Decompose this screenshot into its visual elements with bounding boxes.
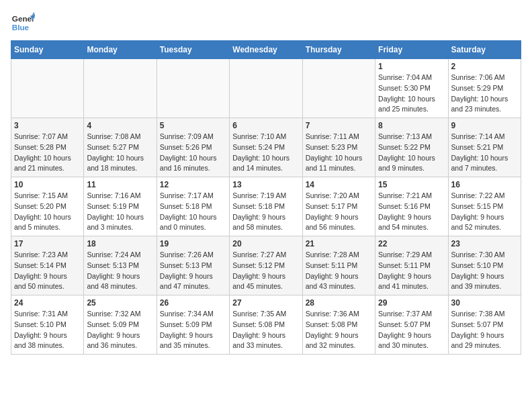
day-cell-28: 28Sunrise: 7:36 AM Sunset: 5:08 PM Dayli…: [302, 295, 375, 355]
day-info: Sunrise: 7:19 AM Sunset: 5:18 PM Dayligh…: [232, 191, 299, 233]
day-info: Sunrise: 7:23 AM Sunset: 5:14 PM Dayligh…: [14, 250, 81, 292]
day-info: Sunrise: 7:24 AM Sunset: 5:13 PM Dayligh…: [87, 250, 153, 292]
day-cell-24: 24Sunrise: 7:31 AM Sunset: 5:10 PM Dayli…: [11, 295, 84, 355]
day-number: 9: [451, 121, 518, 130]
day-number: 16: [451, 180, 518, 189]
day-number: 24: [14, 298, 81, 308]
day-number: 6: [232, 121, 299, 130]
day-number: 12: [160, 180, 226, 189]
weekday-saturday: Saturday: [448, 41, 521, 59]
day-info: Sunrise: 7:11 AM Sunset: 5:23 PM Dayligh…: [306, 132, 372, 174]
day-cell-13: 13Sunrise: 7:19 AM Sunset: 5:18 PM Dayli…: [230, 177, 302, 236]
day-cell-15: 15Sunrise: 7:21 AM Sunset: 5:16 PM Dayli…: [375, 177, 448, 236]
weekday-sunday: Sunday: [11, 41, 84, 59]
day-cell-9: 9Sunrise: 7:14 AM Sunset: 5:21 PM Daylig…: [448, 118, 521, 177]
day-info: Sunrise: 7:27 AM Sunset: 5:12 PM Dayligh…: [232, 250, 299, 292]
day-number: 2: [451, 62, 518, 71]
day-info: Sunrise: 7:28 AM Sunset: 5:11 PM Dayligh…: [306, 250, 372, 292]
day-info: Sunrise: 7:37 AM Sunset: 5:07 PM Dayligh…: [378, 309, 445, 351]
day-number: 1: [378, 62, 445, 71]
day-cell-20: 20Sunrise: 7:27 AM Sunset: 5:12 PM Dayli…: [230, 236, 302, 295]
day-info: Sunrise: 7:17 AM Sunset: 5:18 PM Dayligh…: [160, 191, 226, 233]
day-number: 28: [306, 298, 372, 308]
week-row-1: 1Sunrise: 7:04 AM Sunset: 5:30 PM Daylig…: [11, 59, 521, 118]
day-cell-11: 11Sunrise: 7:16 AM Sunset: 5:19 PM Dayli…: [84, 177, 157, 236]
day-number: 25: [87, 298, 153, 308]
day-number: 8: [378, 121, 445, 130]
svg-text:General: General: [12, 14, 35, 23]
day-info: Sunrise: 7:32 AM Sunset: 5:09 PM Dayligh…: [87, 309, 153, 351]
day-number: 7: [306, 121, 372, 130]
day-info: Sunrise: 7:20 AM Sunset: 5:17 PM Dayligh…: [306, 191, 372, 233]
day-cell-10: 10Sunrise: 7:15 AM Sunset: 5:20 PM Dayli…: [11, 177, 84, 236]
day-number: 29: [378, 298, 445, 308]
day-cell-27: 27Sunrise: 7:35 AM Sunset: 5:08 PM Dayli…: [230, 295, 302, 355]
day-info: Sunrise: 7:13 AM Sunset: 5:22 PM Dayligh…: [378, 132, 445, 174]
empty-cell: [302, 59, 375, 118]
day-info: Sunrise: 7:26 AM Sunset: 5:13 PM Dayligh…: [160, 250, 226, 292]
week-row-5: 24Sunrise: 7:31 AM Sunset: 5:10 PM Dayli…: [11, 295, 521, 355]
day-number: 20: [232, 239, 299, 248]
calendar-body: 1Sunrise: 7:04 AM Sunset: 5:30 PM Daylig…: [11, 59, 521, 355]
day-info: Sunrise: 7:29 AM Sunset: 5:11 PM Dayligh…: [378, 250, 445, 292]
day-cell-23: 23Sunrise: 7:30 AM Sunset: 5:10 PM Dayli…: [448, 236, 521, 295]
weekday-wednesday: Wednesday: [230, 41, 302, 59]
day-info: Sunrise: 7:35 AM Sunset: 5:08 PM Dayligh…: [232, 309, 299, 351]
day-info: Sunrise: 7:38 AM Sunset: 5:07 PM Dayligh…: [451, 309, 518, 351]
day-info: Sunrise: 7:21 AM Sunset: 5:16 PM Dayligh…: [378, 191, 445, 233]
week-row-2: 3Sunrise: 7:07 AM Sunset: 5:28 PM Daylig…: [11, 118, 521, 177]
day-info: Sunrise: 7:34 AM Sunset: 5:09 PM Dayligh…: [160, 309, 226, 351]
week-row-4: 17Sunrise: 7:23 AM Sunset: 5:14 PM Dayli…: [11, 236, 521, 295]
week-row-3: 10Sunrise: 7:15 AM Sunset: 5:20 PM Dayli…: [11, 177, 521, 236]
day-number: 17: [14, 239, 81, 248]
day-number: 19: [160, 239, 226, 248]
weekday-monday: Monday: [84, 41, 157, 59]
day-number: 5: [160, 121, 226, 130]
svg-text:Blue: Blue: [12, 23, 30, 32]
empty-cell: [157, 59, 229, 118]
day-cell-18: 18Sunrise: 7:24 AM Sunset: 5:13 PM Dayli…: [84, 236, 157, 295]
weekday-thursday: Thursday: [302, 41, 375, 59]
day-number: 14: [306, 180, 372, 189]
day-cell-8: 8Sunrise: 7:13 AM Sunset: 5:22 PM Daylig…: [375, 118, 448, 177]
day-info: Sunrise: 7:30 AM Sunset: 5:10 PM Dayligh…: [451, 250, 518, 292]
day-number: 13: [232, 180, 299, 189]
day-number: 27: [232, 298, 299, 308]
day-info: Sunrise: 7:16 AM Sunset: 5:19 PM Dayligh…: [87, 191, 153, 233]
weekday-friday: Friday: [375, 41, 448, 59]
empty-cell: [84, 59, 157, 118]
day-info: Sunrise: 7:14 AM Sunset: 5:21 PM Dayligh…: [451, 132, 518, 174]
day-cell-6: 6Sunrise: 7:10 AM Sunset: 5:24 PM Daylig…: [230, 118, 302, 177]
day-cell-3: 3Sunrise: 7:07 AM Sunset: 5:28 PM Daylig…: [11, 118, 84, 177]
day-cell-4: 4Sunrise: 7:08 AM Sunset: 5:27 PM Daylig…: [84, 118, 157, 177]
day-number: 30: [451, 298, 518, 308]
weekday-tuesday: Tuesday: [157, 41, 229, 59]
day-info: Sunrise: 7:06 AM Sunset: 5:29 PM Dayligh…: [451, 73, 518, 115]
day-number: 3: [14, 121, 81, 130]
day-number: 15: [378, 180, 445, 189]
logo-icon: General Blue: [11, 11, 35, 35]
day-number: 21: [306, 239, 372, 248]
day-info: Sunrise: 7:04 AM Sunset: 5:30 PM Dayligh…: [378, 73, 445, 115]
day-cell-25: 25Sunrise: 7:32 AM Sunset: 5:09 PM Dayli…: [84, 295, 157, 355]
day-cell-21: 21Sunrise: 7:28 AM Sunset: 5:11 PM Dayli…: [302, 236, 375, 295]
weekday-header-row: SundayMondayTuesdayWednesdayThursdayFrid…: [11, 41, 521, 59]
day-info: Sunrise: 7:07 AM Sunset: 5:28 PM Dayligh…: [14, 132, 81, 174]
page-header: General Blue: [11, 11, 521, 35]
day-number: 22: [378, 239, 445, 248]
day-number: 4: [87, 121, 153, 130]
day-info: Sunrise: 7:09 AM Sunset: 5:26 PM Dayligh…: [160, 132, 226, 174]
day-cell-29: 29Sunrise: 7:37 AM Sunset: 5:07 PM Dayli…: [375, 295, 448, 355]
day-cell-5: 5Sunrise: 7:09 AM Sunset: 5:26 PM Daylig…: [157, 118, 229, 177]
day-info: Sunrise: 7:10 AM Sunset: 5:24 PM Dayligh…: [232, 132, 299, 174]
day-number: 18: [87, 239, 153, 248]
day-info: Sunrise: 7:22 AM Sunset: 5:15 PM Dayligh…: [451, 191, 518, 233]
day-info: Sunrise: 7:36 AM Sunset: 5:08 PM Dayligh…: [306, 309, 372, 351]
day-cell-7: 7Sunrise: 7:11 AM Sunset: 5:23 PM Daylig…: [302, 118, 375, 177]
day-cell-12: 12Sunrise: 7:17 AM Sunset: 5:18 PM Dayli…: [157, 177, 229, 236]
day-info: Sunrise: 7:08 AM Sunset: 5:27 PM Dayligh…: [87, 132, 153, 174]
day-cell-26: 26Sunrise: 7:34 AM Sunset: 5:09 PM Dayli…: [157, 295, 229, 355]
day-number: 26: [160, 298, 226, 308]
day-cell-17: 17Sunrise: 7:23 AM Sunset: 5:14 PM Dayli…: [11, 236, 84, 295]
day-info: Sunrise: 7:31 AM Sunset: 5:10 PM Dayligh…: [14, 309, 81, 351]
